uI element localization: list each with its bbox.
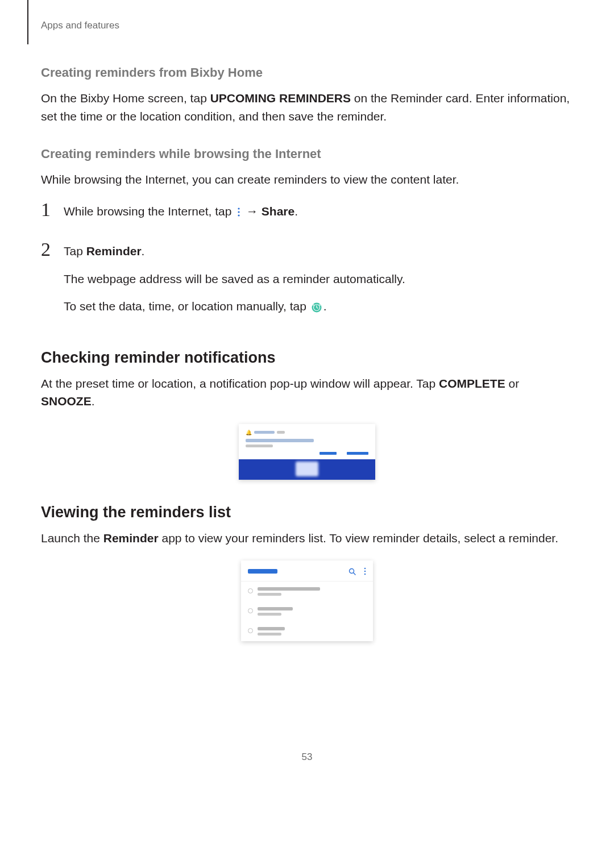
para-browsing-internet: While browsing the Internet, you can cre… (41, 171, 573, 189)
para-viewing-list: Launch the Reminder app to view your rem… (41, 529, 573, 547)
label-share: Share (262, 205, 294, 218)
notification-action-1 (320, 452, 337, 455)
label-snooze: SNOOZE (41, 394, 92, 408)
steps-list: 1 While browsing the Internet, tap → Sha… (41, 200, 573, 325)
step-2-line2: The webpage address will be saved as a r… (64, 270, 573, 289)
heading-viewing-list: Viewing the reminders list (41, 504, 573, 521)
label-complete: COMPLETE (439, 377, 505, 390)
svg-point-8 (364, 571, 366, 572)
step-2-line1: Tap Reminder. (64, 242, 573, 261)
figure-notification: 🔔 (41, 424, 573, 480)
label-reminder-app: Reminder (103, 531, 159, 545)
list-item (241, 621, 373, 641)
step-number: 2 (41, 240, 64, 259)
step-number: 1 (41, 200, 64, 219)
heading-browsing-internet: Creating reminders while browsing the In… (41, 147, 573, 161)
notification-action-2 (347, 452, 368, 455)
bell-icon: 🔔 (246, 430, 252, 435)
svg-line-6 (354, 572, 356, 575)
step-2-line3: To set the data, time, or location manua… (64, 297, 573, 316)
list-item (241, 601, 373, 621)
page-vertical-rule (27, 0, 28, 44)
step-2: 2 Tap Reminder. The webpage address will… (41, 240, 573, 325)
svg-point-2 (238, 214, 240, 216)
label-reminder: Reminder (86, 244, 142, 258)
para-checking-notifications: At the preset time or location, a notifi… (41, 375, 573, 410)
svg-point-1 (238, 211, 240, 213)
breadcrumb: Apps and features (41, 20, 573, 31)
svg-point-9 (364, 574, 366, 575)
figure-reminder-list (41, 560, 573, 641)
heading-bixby-home: Creating reminders from Bixby Home (41, 65, 573, 80)
step-1: 1 While browsing the Internet, tap → Sha… (41, 200, 573, 230)
page-number: 53 (0, 751, 614, 763)
label-upcoming-reminders: UPCOMING REMINDERS (210, 92, 351, 105)
reminder-clock-icon (312, 302, 322, 313)
search-icon (349, 568, 356, 575)
app-title-placeholder (248, 569, 277, 574)
heading-checking-notifications: Checking reminder notifications (41, 349, 573, 367)
more-options-icon (237, 207, 241, 217)
para-bixby-home: On the Bixby Home screen, tap UPCOMING R… (41, 89, 573, 125)
list-item (241, 582, 373, 601)
svg-point-0 (238, 207, 240, 209)
more-options-icon (364, 567, 366, 575)
svg-point-7 (364, 568, 366, 569)
step-1-text: While browsing the Internet, tap → Share… (64, 202, 573, 221)
